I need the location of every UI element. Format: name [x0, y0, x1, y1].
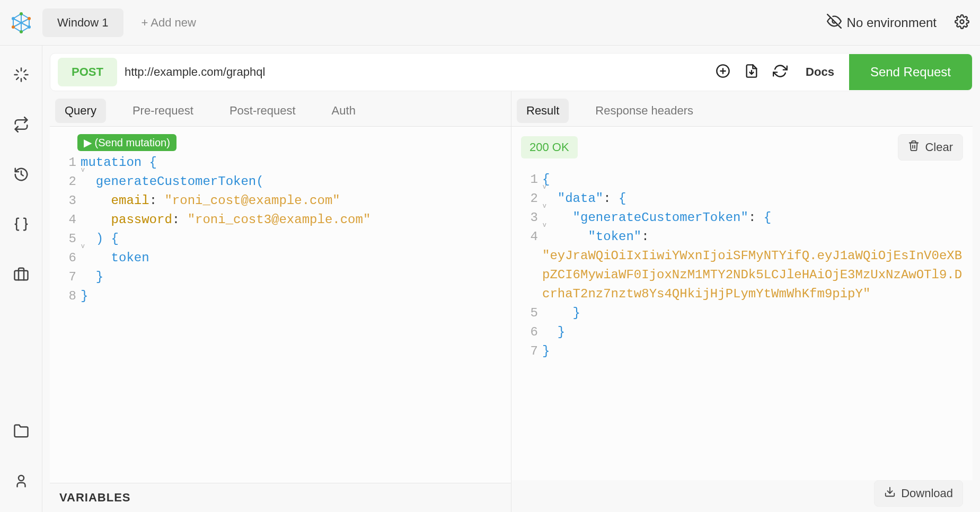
svg-rect-19 — [14, 271, 28, 280]
settings-button[interactable] — [955, 14, 969, 31]
url-input[interactable] — [125, 65, 705, 79]
environment-label: No environment — [847, 15, 937, 30]
status-badge: 200 OK — [521, 136, 578, 158]
svg-point-4 — [20, 12, 23, 15]
gear-icon — [955, 22, 969, 31]
result-sub-tabs: Result Response headers — [511, 91, 973, 126]
svg-line-17 — [16, 77, 19, 80]
tab-pre-request[interactable]: Pre-request — [123, 99, 203, 123]
svg-point-8 — [12, 25, 15, 29]
svg-line-14 — [24, 77, 26, 80]
svg-point-5 — [28, 17, 31, 20]
sidebar-user-icon[interactable] — [13, 473, 29, 491]
http-method-badge[interactable]: POST — [58, 58, 117, 86]
add-button[interactable] — [712, 60, 734, 84]
response-code[interactable]: { "data": { "generateCustomerToken": { "… — [542, 170, 967, 361]
sidebar-folder-icon[interactable] — [13, 423, 29, 441]
clear-button[interactable]: Clear — [898, 134, 963, 161]
query-code[interactable]: mutation { generateCustomerToken( email:… — [81, 153, 506, 306]
url-bar: POST Docs Send Request — [50, 53, 973, 91]
query-pane: Query Pre-request Post-request Auth ▶ (S… — [50, 91, 511, 512]
tab-post-request[interactable]: Post-request — [220, 99, 305, 123]
tab-auth[interactable]: Auth — [322, 99, 365, 123]
query-sub-tabs: Query Pre-request Post-request Auth — [50, 91, 511, 126]
svg-point-9 — [12, 17, 15, 20]
svg-point-7 — [20, 30, 23, 33]
svg-point-10 — [960, 20, 964, 23]
add-window-button[interactable]: + Add new — [131, 8, 207, 37]
sidebar-briefcase-icon[interactable] — [13, 266, 29, 284]
trash-icon — [908, 140, 920, 155]
reload-button[interactable] — [770, 60, 791, 84]
download-label: Download — [901, 487, 953, 500]
sidebar-loading-icon[interactable] — [13, 67, 29, 85]
send-request-button[interactable]: Send Request — [849, 54, 972, 90]
tab-result[interactable]: Result — [517, 99, 569, 123]
docs-button[interactable]: Docs — [798, 65, 842, 79]
window-tab[interactable]: Window 1 — [42, 8, 123, 37]
sidebar-refresh-icon[interactable] — [13, 117, 29, 135]
sidebar-braces-icon[interactable] — [13, 216, 29, 234]
variables-section-toggle[interactable]: VARIABLES — [50, 483, 511, 512]
eye-off-icon — [827, 14, 842, 32]
tab-query[interactable]: Query — [55, 99, 106, 123]
svg-point-20 — [19, 475, 24, 481]
download-schema-button[interactable] — [741, 60, 762, 84]
sidebar — [0, 46, 42, 512]
main: POST Docs Send Request Query Pre-request… — [42, 46, 980, 512]
result-pane: Result Response headers 200 OK Clear — [511, 91, 973, 512]
svg-line-18 — [24, 70, 26, 72]
sidebar-history-icon[interactable] — [13, 166, 29, 184]
svg-point-6 — [28, 25, 31, 29]
download-button[interactable]: Download — [874, 480, 963, 507]
app-logo — [11, 12, 32, 33]
clear-label: Clear — [925, 140, 953, 154]
run-mutation-button[interactable]: ▶ (Send mutation) — [77, 134, 176, 151]
top-bar: Window 1 + Add new No environment — [0, 0, 980, 46]
query-editor[interactable]: ▶ (Send mutation) 1v 2 3 4 5v 6 7 8 mut — [50, 126, 511, 483]
result-viewer: 200 OK Clear 1v 2v 3v — [511, 126, 973, 480]
svg-line-13 — [16, 70, 19, 72]
download-icon — [884, 486, 896, 501]
tab-response-headers[interactable]: Response headers — [586, 99, 703, 123]
environment-selector[interactable]: No environment — [827, 14, 937, 32]
